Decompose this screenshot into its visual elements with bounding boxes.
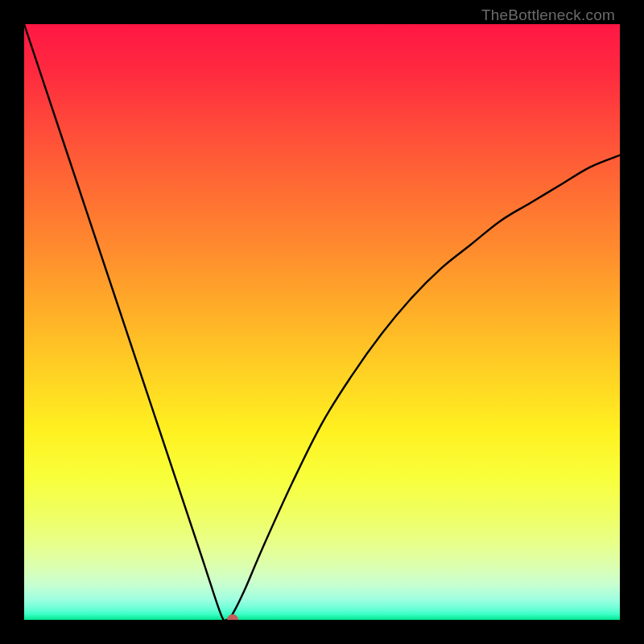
optimal-point-marker [227, 614, 238, 620]
chart-container: TheBottleneck.com [0, 0, 644, 644]
watermark-text: TheBottleneck.com [481, 6, 615, 24]
plot-area [24, 24, 620, 620]
bottleneck-curve [24, 24, 620, 620]
